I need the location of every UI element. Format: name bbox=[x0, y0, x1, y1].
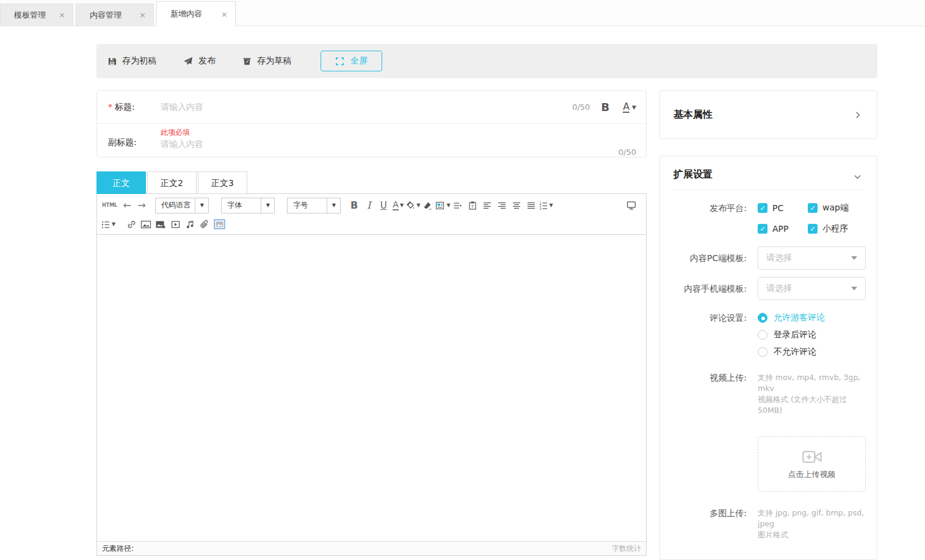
checkbox-checked-icon: ✓ bbox=[808, 203, 818, 213]
tab-label: 新增内容 bbox=[170, 9, 202, 20]
link-icon[interactable] bbox=[124, 217, 139, 232]
font-size-dropdown[interactable]: 字号 ▼ bbox=[287, 198, 341, 214]
publish-platform-options: ✓ PC ✓ wap端 ✓ APP ✓ 小程序 bbox=[758, 203, 865, 234]
redo-icon[interactable]: → bbox=[134, 198, 149, 213]
publish-platform-label: 发布平台: bbox=[672, 203, 747, 214]
align-left-icon[interactable] bbox=[480, 198, 495, 213]
save-initial-draft-button[interactable]: 存为初稿 bbox=[107, 56, 156, 66]
remove-format-eraser-icon[interactable] bbox=[420, 198, 435, 213]
ordered-list-icon[interactable]: 123 ▼ bbox=[539, 198, 553, 213]
subtitle-input[interactable]: 请输入内容 bbox=[161, 137, 618, 151]
editor-tab-body3[interactable]: 正文3 bbox=[198, 171, 247, 194]
word-count-button[interactable]: 字数统计 bbox=[612, 544, 641, 554]
caret-down-icon bbox=[851, 287, 857, 290]
mobile-template-select[interactable]: 请选择 bbox=[758, 277, 866, 300]
pc-template-select[interactable]: 请选择 bbox=[758, 246, 866, 270]
align-right-icon[interactable] bbox=[495, 198, 509, 213]
insert-image-plus-icon[interactable] bbox=[153, 217, 168, 232]
rich-text-editor: HTML ← → 代码语言 ▼ 字体 ▼ 字号 ▼ B I U A▼ ▼ bbox=[96, 193, 647, 556]
html-source-button[interactable]: HTML bbox=[102, 198, 117, 213]
paragraph-style-icon[interactable]: ▼ bbox=[435, 198, 450, 213]
close-icon[interactable]: × bbox=[59, 11, 65, 19]
align-center-icon[interactable] bbox=[509, 198, 524, 213]
comment-settings-options: 允许游客评论 登录后评论 不允许评论 bbox=[758, 312, 865, 357]
title-bold-button[interactable]: B bbox=[601, 101, 609, 113]
title-input[interactable]: 请输入内容 bbox=[161, 102, 572, 113]
subtitle-char-counter: 0/50 bbox=[618, 148, 636, 157]
caret-down-icon[interactable]: ▼ bbox=[632, 104, 636, 110]
chevron-right-icon[interactable] bbox=[853, 110, 862, 120]
radio-unselected-icon bbox=[758, 347, 767, 357]
bold-button[interactable]: B bbox=[347, 198, 361, 213]
radio-no-comments[interactable]: 不允许评论 bbox=[758, 346, 865, 357]
image-upload-label: 多图上传: bbox=[672, 508, 747, 519]
tab-add-content[interactable]: 新增内容 × bbox=[156, 1, 236, 26]
video-upload-dropzone[interactable]: 点击上传视频 bbox=[758, 436, 866, 492]
publish-button[interactable]: 发布 bbox=[183, 56, 216, 66]
unordered-list-icon[interactable]: ▼ bbox=[101, 217, 115, 232]
underline-button[interactable]: U bbox=[376, 198, 391, 213]
close-icon[interactable]: × bbox=[221, 10, 228, 18]
image-upload-hint: 支持 jpg, png, gif, bmp, psd, jpeg 图片格式 bbox=[758, 508, 865, 540]
insert-music-icon[interactable] bbox=[183, 217, 197, 232]
basic-properties-panel[interactable]: 基本属性 bbox=[659, 90, 877, 139]
element-path-label: 元素路径: bbox=[102, 544, 134, 554]
editor-content-area[interactable] bbox=[97, 235, 646, 541]
paper-plane-icon bbox=[183, 56, 193, 66]
extended-settings-header[interactable]: 扩展设置 bbox=[672, 156, 865, 190]
title-font-color-button[interactable]: A bbox=[623, 101, 629, 113]
select-placeholder: 请选择 bbox=[766, 283, 792, 294]
checkbox-label: APP bbox=[772, 224, 788, 234]
pc-template-row: 内容PC端模板: 请选择 bbox=[672, 246, 865, 270]
tab-content-management[interactable]: 内容管理 × bbox=[76, 4, 154, 26]
code-language-value: 代码语言 bbox=[156, 198, 195, 213]
subtitle-row: 副标题: 此项必填 请输入内容 0/50 bbox=[97, 123, 646, 157]
close-icon[interactable]: × bbox=[139, 11, 146, 19]
map-icon[interactable] bbox=[212, 217, 227, 232]
undo-icon[interactable]: ← bbox=[120, 198, 134, 213]
draft-box-icon bbox=[242, 57, 252, 66]
indent-icon[interactable] bbox=[451, 198, 465, 213]
fullscreen-button[interactable]: 全屏 bbox=[321, 51, 382, 71]
chevron-down-icon[interactable] bbox=[853, 172, 862, 181]
background-color-icon[interactable]: ▼ bbox=[405, 198, 420, 213]
title-char-counter: 0/50 bbox=[572, 102, 590, 112]
preview-monitor-icon[interactable] bbox=[624, 198, 639, 213]
checkbox-pc[interactable]: ✓ PC bbox=[758, 203, 808, 214]
align-justify-icon[interactable] bbox=[524, 198, 539, 213]
caret-down-icon bbox=[851, 256, 857, 260]
radio-login-comments[interactable]: 登录后评论 bbox=[758, 329, 865, 340]
code-language-dropdown[interactable]: 代码语言 ▼ bbox=[155, 198, 209, 214]
comment-settings-label: 评论设置: bbox=[672, 312, 747, 324]
fullscreen-label: 全屏 bbox=[350, 56, 368, 66]
action-toolbar: 存为初稿 发布 存为草稿 全屏 bbox=[96, 44, 877, 78]
video-upload-label: 视频上传: bbox=[672, 372, 747, 384]
subtitle-label: 副标题: bbox=[108, 127, 161, 157]
checkbox-label: wap端 bbox=[822, 203, 849, 214]
save-draft-button[interactable]: 存为草稿 bbox=[242, 56, 291, 66]
radio-label: 允许游客评论 bbox=[774, 312, 825, 323]
radio-allow-guest-comments[interactable]: 允许游客评论 bbox=[758, 312, 865, 323]
paste-text-icon[interactable]: T bbox=[465, 198, 480, 213]
checkbox-miniprogram[interactable]: ✓ 小程序 bbox=[808, 223, 858, 234]
subtitle-field: 此项必填 请输入内容 bbox=[161, 127, 618, 157]
checkbox-wap[interactable]: ✓ wap端 bbox=[808, 203, 858, 214]
italic-button[interactable]: I bbox=[361, 198, 376, 213]
checkbox-app[interactable]: ✓ APP bbox=[758, 223, 808, 234]
editor-tab-body2[interactable]: 正文2 bbox=[147, 171, 197, 194]
tab-template-management[interactable]: 模板管理 × bbox=[0, 4, 73, 26]
window-tab-bar: 模板管理 × 内容管理 × 新增内容 × bbox=[0, 0, 925, 26]
image-upload-row: 多图上传: 支持 jpg, png, gif, bmp, psd, jpeg 图… bbox=[672, 508, 865, 560]
editor-tab-body1[interactable]: 正文 bbox=[96, 171, 146, 194]
font-color-button[interactable]: A▼ bbox=[391, 198, 405, 213]
font-size-value: 字号 bbox=[288, 198, 327, 213]
required-asterisk: * bbox=[108, 102, 112, 112]
caret-down-icon: ▼ bbox=[261, 198, 274, 213]
insert-video-icon[interactable] bbox=[168, 217, 183, 232]
insert-image-icon[interactable] bbox=[139, 217, 153, 232]
attachment-paperclip-icon[interactable] bbox=[197, 217, 212, 232]
svg-text:3: 3 bbox=[539, 207, 541, 210]
video-upload-button-label: 点击上传视频 bbox=[788, 469, 836, 480]
font-family-dropdown[interactable]: 字体 ▼ bbox=[221, 198, 275, 214]
svg-text:T: T bbox=[471, 204, 474, 208]
